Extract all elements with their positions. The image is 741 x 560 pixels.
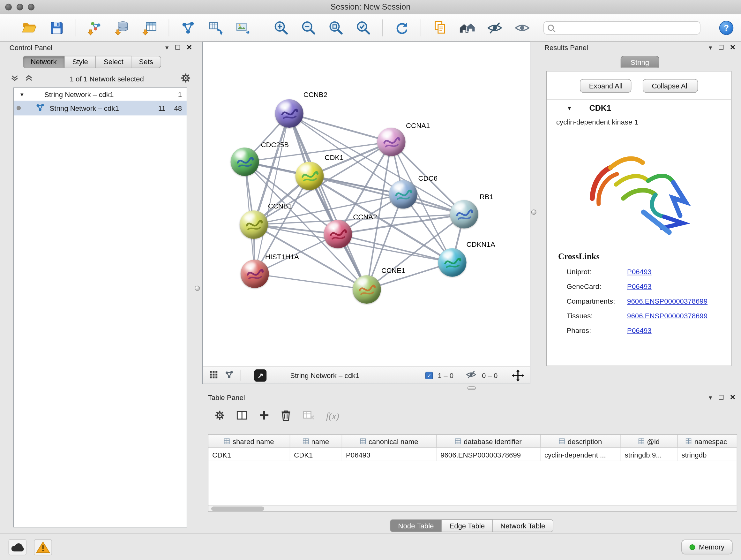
show-columns-icon[interactable] (236, 410, 248, 422)
panel-float-icon[interactable] (719, 44, 724, 51)
crosslink-row: Uniprot: P06493 (547, 264, 731, 279)
hide-selected-icon[interactable] (486, 19, 503, 36)
collapse-all-networks-icon[interactable] (10, 74, 19, 83)
panel-collapse-icon[interactable]: ▾ (165, 44, 169, 51)
cloud-status-icon[interactable] (9, 539, 26, 555)
save-session-icon[interactable] (48, 19, 65, 36)
birdseye-grid-icon[interactable] (209, 370, 218, 380)
network-row-selected[interactable]: String Network – cdk1 11 48 (14, 101, 187, 116)
tab-edge-table[interactable]: Edge Table (442, 519, 493, 532)
collapse-all-button[interactable]: Collapse All (643, 79, 697, 92)
network-share-icon[interactable] (224, 370, 234, 380)
panel-float-icon[interactable] (175, 44, 180, 51)
panel-float-icon[interactable] (719, 394, 724, 401)
network-node-ccna1[interactable] (377, 128, 406, 156)
tab-style[interactable]: Style (65, 56, 96, 68)
cell-id[interactable]: stringdb:9... (621, 448, 678, 461)
cell-database-identifier[interactable]: 9606.ENSP00000378699 (436, 448, 541, 461)
selected-checkbox-icon[interactable]: ✓ (425, 372, 433, 379)
tab-network-table[interactable]: Network Table (493, 519, 553, 532)
scrollbar-thumb[interactable] (211, 507, 264, 511)
expand-all-networks-icon[interactable] (24, 74, 33, 83)
delete-column-trash-icon[interactable] (281, 409, 291, 422)
clone-network-icon[interactable] (207, 19, 224, 36)
table-row[interactable]: CDK1 CDK1 P06493 9606.ENSP00000378699 cy… (208, 448, 737, 461)
uniprot-link[interactable]: P06493 (627, 267, 652, 275)
cell-name[interactable]: CDK1 (290, 448, 342, 461)
copy-document-icon[interactable] (431, 19, 448, 36)
horizontal-splitter-handle[interactable] (468, 386, 476, 389)
cell-namespace[interactable]: stringdb (678, 448, 736, 461)
tab-network[interactable]: Network (23, 56, 65, 68)
cell-description[interactable]: cyclin-dependent ... (541, 448, 621, 461)
panel-close-icon[interactable]: × (730, 392, 735, 402)
network-node-ccna2[interactable] (324, 220, 352, 248)
tab-select[interactable]: Select (96, 56, 131, 68)
column-header-shared-name[interactable]: shared name (208, 435, 290, 448)
column-header-database-identifier[interactable]: database identifier (436, 435, 541, 448)
expand-all-button[interactable]: Expand All (580, 79, 631, 92)
compartments-link[interactable]: 9606.ENSP00000378699 (627, 297, 708, 305)
node-layer: CCNB2CCNA1CDC25BCDK1CDC6RB1CCNB1CCNA2CDK… (203, 42, 530, 367)
column-header-name[interactable]: name (290, 435, 342, 448)
control-panel-tabs: Network Style Select Sets (23, 56, 198, 68)
column-header-namespace[interactable]: namespac (678, 435, 736, 448)
refresh-view-icon[interactable] (393, 19, 410, 36)
column-header-canonical-name[interactable]: canonical name (342, 435, 436, 448)
network-node-ccnb2[interactable] (275, 99, 304, 128)
disclosure-triangle-icon[interactable]: ▼ (19, 91, 24, 98)
zoom-fit-content-icon[interactable] (327, 19, 344, 36)
crosslink-row: Compartments: 9606.ENSP00000378699 (547, 294, 731, 308)
open-session-icon[interactable] (21, 19, 38, 36)
panel-close-icon[interactable]: × (730, 42, 735, 53)
network-collection-row[interactable]: ▼ String Network – cdk1 1 (14, 88, 187, 101)
network-node-hist1h1a[interactable] (241, 260, 269, 288)
zoom-selected-icon[interactable] (355, 19, 372, 36)
network-node-ccnb1[interactable] (240, 210, 268, 239)
tab-sets[interactable]: Sets (131, 56, 161, 68)
open-external-link-button[interactable]: ↗ (254, 369, 267, 381)
tab-node-table[interactable]: Node Table (390, 519, 442, 532)
network-node-rb1[interactable] (450, 200, 478, 229)
import-network-from-database-icon[interactable] (114, 19, 131, 36)
table-options-gear-icon[interactable] (214, 410, 225, 422)
tab-string[interactable]: String (621, 56, 659, 68)
add-column-icon[interactable] (259, 410, 270, 422)
column-header-description[interactable]: description (541, 435, 621, 448)
memory-button[interactable]: Memory (681, 540, 732, 554)
network-node-cdc6[interactable] (389, 180, 417, 208)
network-options-gear-icon[interactable] (181, 73, 191, 84)
network-canvas[interactable]: CCNB2CCNA1CDC25BCDK1CDC6RB1CCNB1CCNA2CDK… (203, 42, 530, 367)
cell-canonical-name[interactable]: P06493 (342, 448, 436, 461)
zoom-in-icon[interactable] (273, 19, 289, 36)
pharos-link[interactable]: P06493 (627, 326, 652, 334)
import-table-from-file-icon[interactable] (141, 19, 158, 36)
panel-collapse-icon[interactable]: ▾ (709, 44, 712, 51)
cell-shared-name[interactable]: CDK1 (208, 448, 290, 461)
pan-crosshair-icon[interactable] (512, 369, 524, 381)
network-node-ccne1[interactable] (353, 275, 381, 304)
search-input[interactable] (543, 21, 700, 34)
disclosure-triangle-icon[interactable]: ▼ (567, 105, 572, 112)
network-overview-icon[interactable] (459, 19, 476, 36)
export-image-icon[interactable] (234, 19, 252, 36)
zoom-out-icon[interactable] (300, 19, 317, 36)
panel-collapse-icon[interactable]: ▾ (709, 394, 712, 401)
panel-close-icon[interactable]: × (187, 42, 192, 53)
left-splitter-handle[interactable] (195, 286, 200, 291)
help-button[interactable]: ? (719, 20, 733, 35)
tissues-link[interactable]: 9606.ENSP00000378699 (627, 312, 708, 320)
new-network-icon[interactable] (180, 19, 197, 36)
warning-icon[interactable] (34, 539, 52, 555)
network-node-cdc25b[interactable] (231, 147, 259, 176)
horizontal-scrollbar[interactable] (208, 505, 737, 511)
import-network-from-file-icon[interactable] (86, 19, 104, 36)
right-splitter-handle[interactable] (531, 209, 536, 214)
genecard-link[interactable]: P06493 (627, 282, 652, 290)
memory-label: Memory (699, 543, 724, 551)
network-node-cdk1[interactable] (295, 162, 324, 190)
column-header-id[interactable]: @id (621, 435, 678, 448)
network-node-cdkn1a[interactable] (438, 248, 467, 277)
hidden-eye-slash-icon[interactable] (465, 370, 477, 381)
show-all-icon[interactable] (514, 19, 531, 36)
